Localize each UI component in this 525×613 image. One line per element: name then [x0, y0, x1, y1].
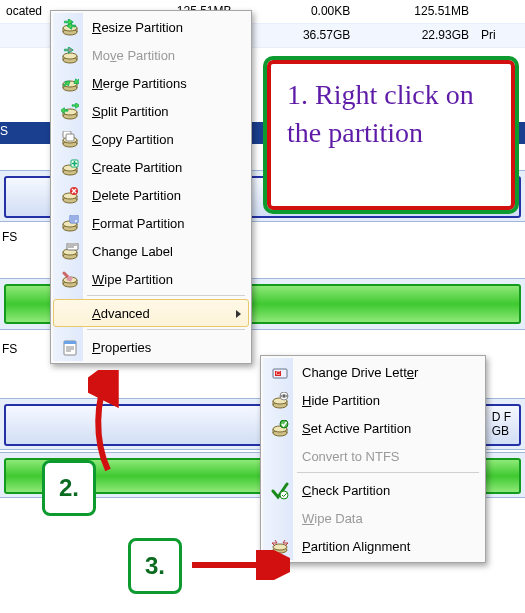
- fs-label-2: FS: [2, 342, 17, 356]
- active-icon: [270, 419, 290, 439]
- svg-rect-28: [64, 341, 76, 344]
- create-icon: [60, 158, 80, 178]
- context-menu: Resize PartitionMove PartitionMerge Part…: [50, 10, 252, 364]
- drive-icon: C: [270, 363, 290, 383]
- band2-text: D F GB: [492, 410, 511, 438]
- menu-item-delete-partition[interactable]: Delete Partition: [53, 181, 249, 209]
- menu-item-merge-partitions[interactable]: Merge Partitions: [53, 69, 249, 97]
- menu-item-label: Partition Alignment: [302, 539, 410, 554]
- menu-item-hide-partition[interactable]: Hide Partition: [263, 386, 483, 414]
- properties-icon: [60, 338, 80, 358]
- split-icon: [60, 102, 80, 122]
- annotation-step-2: 2.: [42, 460, 96, 516]
- menu-item-partition-alignment[interactable]: Partition Alignment: [263, 532, 483, 560]
- menu-item-resize-partition[interactable]: Resize Partition: [53, 13, 249, 41]
- none-icon: [270, 447, 290, 467]
- menu-item-label: Set Active Partition: [302, 421, 411, 436]
- menu-item-convert-to-ntfs: Convert to NTFS: [263, 442, 483, 470]
- menu-item-format-partition[interactable]: Format Partition: [53, 209, 249, 237]
- row2-c3: Pri: [481, 24, 525, 47]
- wipe-icon: [60, 270, 80, 290]
- menu-item-label: Resize Partition: [92, 20, 183, 35]
- annotation-note-1: 1. Right click on the partition: [267, 60, 515, 210]
- hide-icon: [270, 391, 290, 411]
- menu-item-label: Wipe Partition: [92, 272, 173, 287]
- svg-point-3: [63, 53, 77, 59]
- menu-item-label: Split Partition: [92, 104, 169, 119]
- expand-arrow-icon: [235, 309, 243, 319]
- svg-point-39: [280, 491, 288, 499]
- none-icon: [60, 304, 80, 324]
- menu-item-label: Check Partition: [302, 483, 390, 498]
- menu-item-label: Format Partition: [92, 216, 185, 231]
- menu-item-label: Copy Partition: [92, 132, 174, 147]
- menu-item-label: Convert to NTFS: [302, 449, 400, 464]
- menu-item-wipe-data: Wipe Data: [263, 504, 483, 532]
- menu-item-label: Move Partition: [92, 48, 175, 63]
- format-icon: [60, 214, 80, 234]
- menu-item-label: Create Partition: [92, 160, 182, 175]
- menu-item-label: Delete Partition: [92, 188, 181, 203]
- row2-c1: 36.57GB: [244, 24, 363, 47]
- menu-item-label: Change Drive Letter: [302, 365, 418, 380]
- row1-c3: 125.51MB: [362, 0, 481, 23]
- menu-item-label: Advanced: [92, 306, 150, 321]
- arrow-step-3: [190, 550, 290, 580]
- copy-icon: [60, 130, 80, 150]
- check-icon: [270, 481, 290, 501]
- menu-item-properties[interactable]: Properties: [53, 333, 249, 361]
- menu-item-split-partition[interactable]: Split Partition: [53, 97, 249, 125]
- menu-item-label: Hide Partition: [302, 393, 380, 408]
- row2-c2: 22.93GB: [362, 24, 481, 47]
- menu-item-wipe-partition[interactable]: Wipe Partition: [53, 265, 249, 293]
- menu-item-label: Wipe Data: [302, 511, 363, 526]
- annotation-step-3-text: 3.: [145, 552, 165, 580]
- menu-item-move-partition: Move Partition: [53, 41, 249, 69]
- menu-item-change-label[interactable]: Change Label: [53, 237, 249, 265]
- menu-item-label: Change Label: [92, 244, 173, 259]
- merge-icon: [60, 74, 80, 94]
- menu-item-copy-partition[interactable]: Copy Partition: [53, 125, 249, 153]
- annotation-step-3: 3.: [128, 538, 182, 594]
- menu-item-change-drive-letter[interactable]: CChange Drive Letter: [263, 358, 483, 386]
- menu-item-check-partition[interactable]: Check Partition: [263, 476, 483, 504]
- svg-text:C: C: [276, 370, 281, 376]
- menu-item-label: Merge Partitions: [92, 76, 187, 91]
- delete-icon: [60, 186, 80, 206]
- none-icon: [270, 509, 290, 529]
- fs-label-1: FS: [2, 230, 17, 244]
- menu-item-create-partition[interactable]: Create Partition: [53, 153, 249, 181]
- menu-item-set-active-partition[interactable]: Set Active Partition: [263, 414, 483, 442]
- annotation-step-2-text: 2.: [59, 474, 79, 502]
- row1-c2: 0.00KB: [244, 0, 363, 23]
- menu-item-label: Properties: [92, 340, 151, 355]
- svg-rect-11: [66, 134, 74, 141]
- resize-icon: [60, 18, 80, 38]
- selected-row-label: S: [0, 124, 8, 138]
- label-icon: [60, 242, 80, 262]
- menu-item-advanced[interactable]: Advanced: [53, 299, 249, 327]
- annotation-note-1-text: 1. Right click on the partition: [287, 79, 474, 148]
- advanced-submenu: CChange Drive LetterHide PartitionSet Ac…: [260, 355, 486, 563]
- move-icon: [60, 46, 80, 66]
